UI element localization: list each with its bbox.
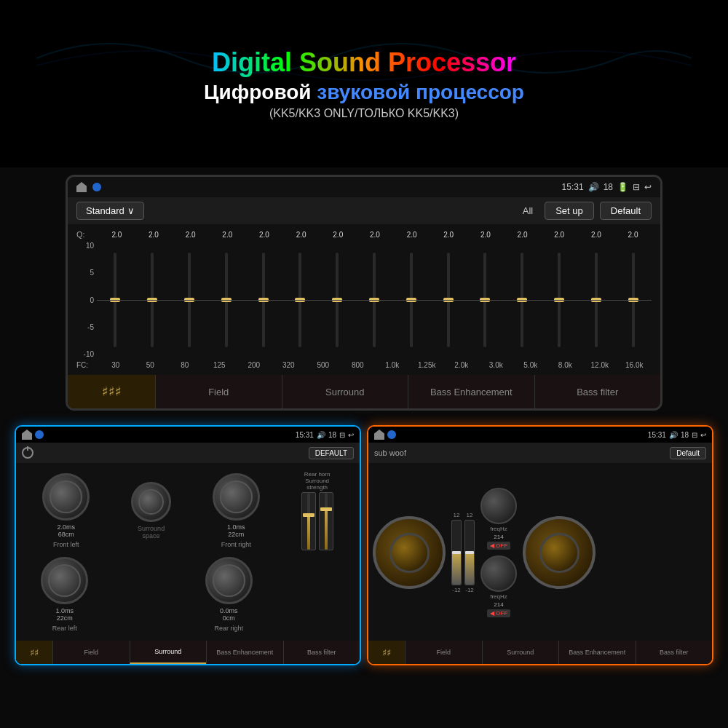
panel-left-default-btn[interactable]: DEFAULT xyxy=(309,447,354,459)
q-val-13: 2.0 xyxy=(548,231,570,239)
fs-label-1: 12 xyxy=(454,512,460,518)
y-0: 0 xyxy=(79,296,94,304)
speaker-left-inner xyxy=(389,533,430,573)
v-slider-2[interactable] xyxy=(464,520,475,585)
panel-right-tab-bass-flt[interactable]: Bass filter xyxy=(636,641,713,664)
knob-fl-label: Front left xyxy=(53,541,79,548)
q-val-5: 2.0 xyxy=(253,231,275,239)
speaker-left xyxy=(373,516,446,589)
title-english: Digital Sound Processor xyxy=(212,47,516,78)
knob-rr-value: 0.0ms0cm xyxy=(220,607,238,622)
title-ru-blue: звуковой процессор xyxy=(317,81,524,103)
panel-right-default-btn[interactable]: Default xyxy=(670,447,706,459)
v-slider-1[interactable] xyxy=(451,520,462,585)
panel-right-tab-eq[interactable]: ♯♯ xyxy=(368,641,405,664)
tab-field[interactable]: Field xyxy=(155,375,282,408)
knobs-top-row: 2.0ms68cm Front left Surroundspace 1.0ms… xyxy=(22,469,354,553)
panel-right-battery: 18 xyxy=(681,431,689,439)
subwoof-content: 12 -12 12 -12 xyxy=(368,463,712,642)
knob-ss-control[interactable] xyxy=(131,482,171,522)
knob-rr-control[interactable] xyxy=(205,557,253,604)
panel-right-tab-surround[interactable]: Surround xyxy=(482,641,559,664)
knob-rl-inner xyxy=(48,564,81,597)
panel-subwoof: 15:31 🔊 18 ⊟ ↩ sub woof Default 12 xyxy=(367,425,713,665)
eq-icon: ♯♯♯ xyxy=(102,384,122,400)
panel-right-surround-label: Surround xyxy=(507,649,534,656)
panel-right-eq-icon: ♯♯ xyxy=(382,647,391,658)
freq-80: 80 xyxy=(174,361,196,369)
eq-y-axis: 10 5 0 -5 -10 xyxy=(76,242,97,358)
xover-knob-2[interactable] xyxy=(480,555,517,592)
power-icon[interactable] xyxy=(22,447,33,459)
tab-surround[interactable]: Surround xyxy=(282,375,408,408)
freq-8k: 8.0k xyxy=(554,361,576,369)
knob-rr-inner xyxy=(213,564,245,597)
speaker-right-inner xyxy=(539,533,579,573)
panel-left-eq-icon: ♯♯ xyxy=(30,647,39,658)
eq-area: Q: 2.0 2.0 2.0 2.0 2.0 2.0 2.0 2.0 2.0 2… xyxy=(68,224,660,375)
q-val-6: 2.0 xyxy=(290,231,312,239)
q-val-15: 2.0 xyxy=(622,231,644,239)
q-val-8: 2.0 xyxy=(364,231,386,239)
panel-right-bass-enh-label: Bass Enhancement xyxy=(569,649,625,656)
panel-left-time: 15:31 xyxy=(296,431,314,439)
panel-left-cast: ⊟ xyxy=(339,431,345,439)
tab-equalizer[interactable]: ♯♯♯ xyxy=(68,375,155,408)
q-val-2: 2.0 xyxy=(143,231,165,239)
panel-right-home-icon xyxy=(374,430,384,440)
fader-1[interactable] xyxy=(301,492,316,550)
battery-icon: 🔋 xyxy=(617,182,628,192)
panel-left-battery: 18 xyxy=(328,431,336,439)
freq-12k: 12.0k xyxy=(589,361,611,369)
setup-button[interactable]: Set up xyxy=(545,202,594,220)
knob-fr-value: 1.0ms22cm xyxy=(227,523,245,538)
y-minus5: -5 xyxy=(79,323,94,331)
panel-left-tab-bass-enh[interactable]: Bass Enhancement xyxy=(206,641,283,664)
panel-right-tab-bass-enh[interactable]: Bass Enhancement xyxy=(558,641,636,664)
y-10: 10 xyxy=(79,242,94,250)
panel-right-back: ↩ xyxy=(700,431,706,439)
knob-fr-control[interactable] xyxy=(213,473,260,521)
preset-label: Standard xyxy=(86,205,124,216)
freq-320: 320 xyxy=(277,361,299,369)
tab-bass-enhancement[interactable]: Bass Enhancement xyxy=(408,375,534,408)
panel-left-tab-eq[interactable]: ♯♯ xyxy=(16,641,52,664)
freq-sliders: 12 -12 12 -12 xyxy=(451,512,475,593)
panel-right-status: 15:31 🔊 18 ⊟ ↩ xyxy=(368,427,712,443)
y-minus10: -10 xyxy=(79,350,94,358)
panel-left-tab-surround[interactable]: Surround xyxy=(130,641,207,664)
panel-left-tab-field[interactable]: Field xyxy=(52,641,130,664)
panel-surround: 15:31 🔊 18 ⊟ ↩ DEFAULT 2.0ms68cm Front xyxy=(15,425,361,665)
panel-right-controls: sub woof Default xyxy=(368,443,712,463)
knob-rl-control[interactable] xyxy=(41,557,88,604)
panel-right-bass-flt-label: Bass filter xyxy=(660,649,689,656)
panel-left-tab-bass-flt[interactable]: Bass filter xyxy=(283,641,360,664)
eq-freq-row: FC: 30 50 80 125 200 320 500 800 1.0k 1.… xyxy=(76,361,652,369)
all-button[interactable]: All xyxy=(517,202,539,219)
tab-bass-filter[interactable]: Bass filter xyxy=(534,375,661,408)
q-val-14: 2.0 xyxy=(585,231,607,239)
tab-bass-filter-label: Bass filter xyxy=(577,387,618,397)
default-button[interactable]: Default xyxy=(600,202,652,220)
panel-right-tab-field[interactable]: Field xyxy=(405,641,482,664)
panel-left-surround-label: Surround xyxy=(154,648,181,655)
preset-button[interactable]: Standard ∨ xyxy=(76,202,144,220)
freq-2k: 2.0k xyxy=(451,361,472,369)
panel-left-back: ↩ xyxy=(348,431,354,439)
knob-fl-control[interactable] xyxy=(42,473,90,521)
panel-left-controls: DEFAULT xyxy=(16,443,360,463)
xover-knob-1[interactable] xyxy=(480,488,517,524)
q-val-10: 2.0 xyxy=(438,231,459,239)
fs-bot-2: -12 xyxy=(465,587,474,593)
panel-right-bt-icon xyxy=(387,430,396,439)
freq-30: 30 xyxy=(105,361,127,369)
knob-front-left: 2.0ms68cm Front left xyxy=(42,473,90,548)
status-left xyxy=(76,182,101,192)
crossover-2: freqHz 214 ◀ OFF xyxy=(480,555,517,617)
freq-5k: 5.0k xyxy=(520,361,542,369)
knob-fr-inner xyxy=(220,480,253,513)
subwoof-label: sub woof xyxy=(374,448,406,457)
panel-left-home-icon xyxy=(22,430,32,440)
panel-right-tabs: ♯♯ Field Surround Bass Enhancement Bass … xyxy=(368,641,712,664)
fader-2[interactable] xyxy=(319,492,333,550)
